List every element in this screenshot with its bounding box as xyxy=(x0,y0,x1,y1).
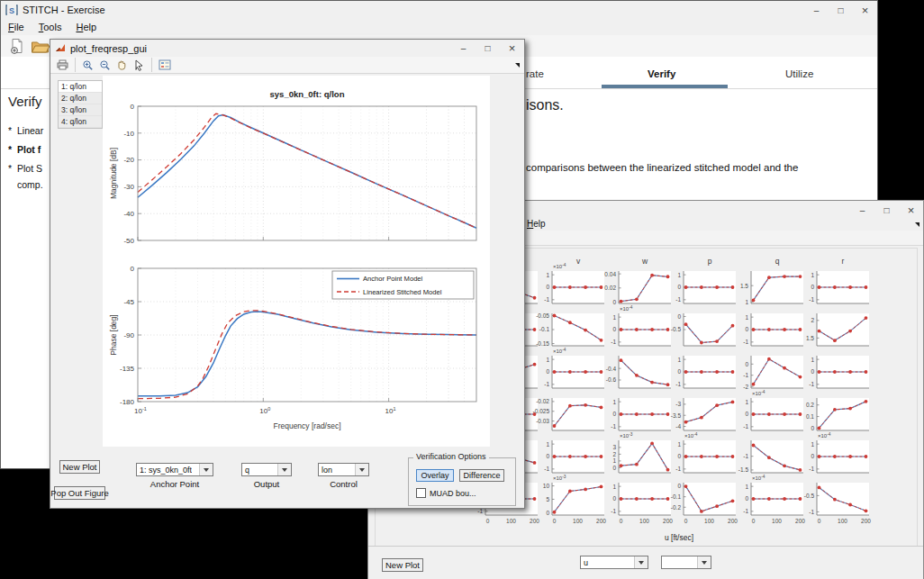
menu-help[interactable]: Help xyxy=(68,21,104,33)
svg-text:-45: -45 xyxy=(123,298,134,306)
svg-text:×10-3: ×10-3 xyxy=(553,475,566,482)
overlay-button[interactable]: Overlay xyxy=(416,469,454,482)
svg-text:Linearized Stitched Model: Linearized Stitched Model xyxy=(363,288,442,296)
print-icon[interactable] xyxy=(54,59,71,71)
zoom-in-icon[interactable] xyxy=(79,59,96,72)
svg-text:0.1: 0.1 xyxy=(806,413,814,420)
svg-text:1: 1 xyxy=(677,357,681,363)
secondary-dropdown[interactable] xyxy=(661,556,711,569)
chevron-down-icon xyxy=(355,464,368,475)
control-label: Control xyxy=(318,479,369,489)
freq-window-title: plot_freqresp_gui xyxy=(70,43,147,54)
close-button[interactable]: × xyxy=(853,1,877,19)
svg-text:0.04: 0.04 xyxy=(604,271,616,277)
svg-text:1: 1 xyxy=(612,314,616,321)
menu-file[interactable]: File xyxy=(1,21,32,33)
tab-verify-underline xyxy=(602,85,728,88)
pop-out-figure-button[interactable]: Pop Out Figure xyxy=(54,486,105,500)
muad-bounds-checkbox[interactable]: MUAD bou... xyxy=(416,488,476,498)
insert-legend-icon[interactable] xyxy=(156,59,174,71)
svg-text:1: 1 xyxy=(612,484,616,490)
new-plot-button[interactable]: New Plot xyxy=(59,460,100,474)
list-item[interactable]: 1: q/lon xyxy=(59,81,102,93)
svg-text:-0.2: -0.2 xyxy=(671,504,682,511)
svg-text:-0.03: -0.03 xyxy=(536,418,549,424)
data-cursor-icon[interactable] xyxy=(131,59,148,72)
open-folder-icon[interactable] xyxy=(28,38,52,55)
new-file-icon[interactable] xyxy=(6,37,28,56)
pan-hand-icon[interactable] xyxy=(113,59,131,72)
list-item[interactable]: 3: q/lon xyxy=(59,104,102,116)
stitch-app-icon: S xyxy=(5,4,18,16)
svg-text:-0.6: -0.6 xyxy=(606,376,617,383)
svg-text:0: 0 xyxy=(677,483,681,489)
svg-text:×10-4: ×10-4 xyxy=(752,475,765,482)
verify-body-text: comparisons between the linearized stitc… xyxy=(526,162,798,173)
control-dropdown[interactable]: lon xyxy=(318,463,369,476)
svg-text:0: 0 xyxy=(612,495,616,502)
svg-text:2: 2 xyxy=(811,317,814,323)
svg-text:×10-4: ×10-4 xyxy=(752,390,765,397)
svg-text:0.02: 0.02 xyxy=(604,285,616,291)
svg-text:0: 0 xyxy=(620,518,623,524)
svg-text:-1: -1 xyxy=(743,453,748,459)
list-item[interactable]: 4: q/lon xyxy=(59,116,102,128)
maximize-button[interactable]: □ xyxy=(476,40,500,57)
svg-text:-3: -3 xyxy=(675,401,681,407)
svg-text:0: 0 xyxy=(612,326,616,332)
svg-text:-180: -180 xyxy=(120,398,135,406)
svg-text:2: 2 xyxy=(612,451,616,457)
svg-text:Frequency [rad/sec]: Frequency [rad/sec] xyxy=(273,421,340,430)
svg-text:-0.1: -0.1 xyxy=(671,493,682,500)
svg-text:-1: -1 xyxy=(611,508,616,514)
svg-text:Magnitude [dB]: Magnitude [dB] xyxy=(109,148,118,199)
tab-generate-fragment[interactable]: rate xyxy=(526,68,544,79)
svg-text:×10-3: ×10-3 xyxy=(620,432,633,439)
x-variable-dropdown[interactable]: u xyxy=(580,556,648,569)
menu-tools[interactable]: Tools xyxy=(32,21,69,33)
svg-text:-1: -1 xyxy=(477,508,483,514)
svg-text:0: 0 xyxy=(546,453,549,459)
svg-text:0: 0 xyxy=(745,495,748,502)
list-item[interactable]: 2: q/lon xyxy=(59,93,102,104)
maximize-button[interactable]: □ xyxy=(829,1,853,19)
tab-verify[interactable]: Verify xyxy=(648,68,675,79)
svg-text:0: 0 xyxy=(546,510,549,516)
svg-text:0: 0 xyxy=(745,326,748,332)
svg-text:-0.5: -0.5 xyxy=(804,493,815,499)
svg-text:-0.5: -0.5 xyxy=(671,326,682,332)
svg-text:200: 200 xyxy=(861,518,871,524)
close-button[interactable]: × xyxy=(500,40,524,57)
bullet-item: *Plot S xyxy=(8,163,42,174)
mini-plot-r-row6: -0.5-10100200 xyxy=(793,472,874,528)
svg-text:1: 1 xyxy=(546,441,549,448)
svg-text:×10-4: ×10-4 xyxy=(553,348,566,355)
svg-text:×10-4: ×10-4 xyxy=(684,432,698,439)
svg-text:10-1: 10-1 xyxy=(134,406,147,416)
verification-options-title: Verification Options xyxy=(413,452,489,461)
svg-text:100: 100 xyxy=(838,518,847,524)
svg-text:0: 0 xyxy=(131,103,135,111)
dock-arrow-icon[interactable] xyxy=(515,63,520,68)
svg-text:5: 5 xyxy=(546,496,549,502)
svg-text:1: 1 xyxy=(745,399,748,405)
new-plot-button[interactable]: New Plot xyxy=(382,558,423,572)
output-dropdown[interactable]: q xyxy=(241,463,292,476)
anchor-point-dropdown[interactable]: 1: sys_0kn_0ft xyxy=(136,463,213,476)
svg-text:0: 0 xyxy=(684,518,688,524)
verification-options-group: Verification Options Overlay Difference … xyxy=(408,457,516,506)
svg-text:3: 3 xyxy=(612,444,616,450)
bullet-item: *Plot f xyxy=(8,144,41,155)
svg-text:×10-4: ×10-4 xyxy=(818,432,831,439)
tab-utilize[interactable]: Utilize xyxy=(785,68,813,79)
svg-text:0: 0 xyxy=(745,361,748,367)
zoom-out-icon[interactable] xyxy=(96,59,113,72)
difference-button[interactable]: Difference xyxy=(459,469,504,482)
checkbox-icon[interactable] xyxy=(416,488,426,498)
svg-text:0: 0 xyxy=(546,284,549,290)
minimize-button[interactable]: – xyxy=(804,1,829,19)
svg-text:×10-4: ×10-4 xyxy=(553,263,566,270)
minimize-button[interactable]: – xyxy=(451,40,476,57)
svg-text:1: 1 xyxy=(745,484,748,490)
response-listbox[interactable]: 1: q/lon 2: q/lon 3: q/lon 4: q/lon xyxy=(58,80,103,129)
